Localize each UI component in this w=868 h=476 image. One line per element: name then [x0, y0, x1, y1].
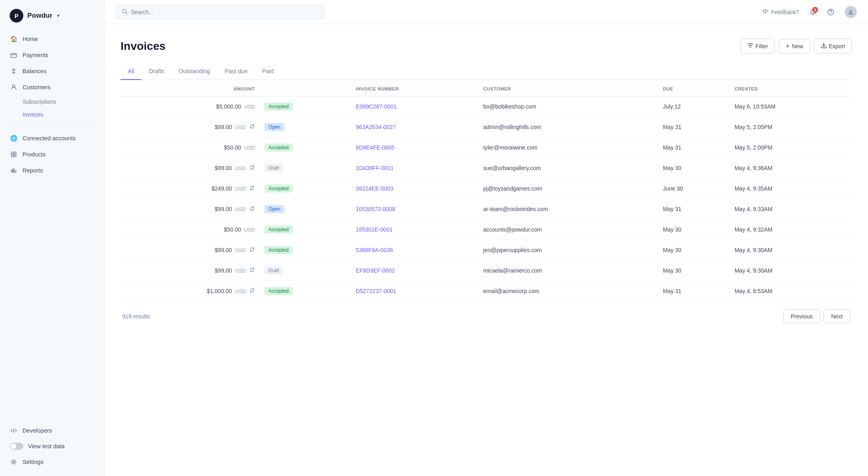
due-date-value: May 31 — [663, 144, 682, 151]
sidebar-item-invoices[interactable]: Invoices — [5, 109, 99, 121]
due-date-value: May 30 — [663, 165, 682, 171]
sidebar-item-connected[interactable]: 🌐 Connected accounts — [5, 131, 99, 146]
feedback-button[interactable]: Feedback? — [759, 6, 802, 18]
table-row[interactable]: $99.00 USD Draft 1D439FF-0011 sue@urbang… — [121, 158, 852, 178]
sidebar-item-developers[interactable]: Developers — [5, 423, 99, 438]
currency-label: USD — [235, 289, 246, 294]
amount-cell: $50.00 USD — [121, 220, 260, 240]
customer-email: admin@rollinghills.com — [483, 124, 541, 130]
currency-label: USD — [235, 207, 246, 212]
sidebar: P Powdur ▾ 🏠 Home Payments Balances Cust… — [0, 0, 104, 476]
table-row[interactable]: $50.00 USD Accepted 6D9E4FE-0005 tyler@m… — [121, 137, 852, 158]
test-data-toggle[interactable] — [10, 443, 23, 450]
tab-outstanding[interactable]: Outstanding — [172, 63, 217, 80]
amount-value: $99.00 — [215, 124, 232, 130]
invoice-number-value: 5368F9A-0036 — [356, 247, 393, 253]
notification-button[interactable]: 1 — [809, 8, 817, 16]
status-badge: Open — [264, 205, 284, 213]
status-cell: Accepted — [260, 96, 351, 117]
table-row[interactable]: $1,000.00 USD Accepted D5272237-0001 ema… — [121, 281, 852, 302]
currency-label: USD — [235, 248, 246, 253]
table-row[interactable]: $249.00 USD Accepted 38224EE-0003 pj@toy… — [121, 178, 852, 199]
table-row[interactable]: $5,000.00 USD Accepted E069C287-0001 bo@… — [121, 96, 852, 117]
app-logo[interactable]: P Powdur ▾ — [0, 0, 104, 30]
tab-drafts[interactable]: Drafts — [141, 63, 172, 80]
search-box[interactable] — [116, 5, 325, 19]
col-created: CREATED — [730, 80, 852, 96]
table-row[interactable]: $99.00 USD Accepted 5368F9A-0036 jen@pip… — [121, 240, 852, 261]
balances-icon — [10, 67, 18, 75]
customer-email: tyler@moraiwine.com — [483, 144, 538, 151]
created-cell: May 4, 9:32AM — [730, 220, 852, 240]
created-date-value: May 5, 2:05PM — [735, 124, 772, 130]
svg-rect-5 — [14, 155, 16, 157]
sidebar-item-settings[interactable]: Settings — [5, 454, 99, 470]
svg-point-7 — [123, 9, 126, 13]
sidebar-item-subscriptions[interactable]: Subscriptions — [5, 96, 99, 108]
sidebar-item-label: Home — [23, 36, 38, 42]
svg-rect-2 — [11, 152, 13, 154]
created-date-value: May 6, 10:53AM — [735, 103, 776, 110]
customer-cell: ar-team@rocketrides.com — [479, 199, 658, 220]
svg-point-9 — [830, 13, 831, 14]
created-date-value: May 4, 9:32AM — [735, 226, 772, 233]
new-button[interactable]: + New — [779, 39, 810, 53]
previous-button[interactable]: Previous — [783, 310, 820, 323]
due-cell: May 30 — [658, 240, 730, 261]
invoice-number-cell: 38224EE-0003 — [351, 178, 478, 199]
customer-email: jen@pipersupplies.com — [483, 247, 542, 253]
created-date-value: May 5, 2:00PM — [735, 144, 772, 151]
sidebar-item-payments[interactable]: Payments — [5, 47, 99, 63]
status-badge: Accepted — [264, 226, 293, 234]
due-cell: May 31 — [658, 137, 730, 158]
invoices-label: Invoices — [23, 111, 43, 118]
connected-accounts-icon: 🌐 — [10, 134, 18, 142]
customer-cell: accounts@powdur.com — [479, 220, 658, 240]
next-button[interactable]: Next — [823, 310, 850, 323]
sidebar-item-home[interactable]: 🏠 Home — [5, 31, 99, 47]
test-data-toggle-row[interactable]: View test data — [5, 439, 99, 453]
currency-label: USD — [244, 145, 255, 151]
invoice-number-cell: 963A2634-0027 — [351, 117, 478, 137]
invoice-number-value: D5272237-0001 — [356, 288, 396, 294]
status-badge: Accepted — [264, 103, 293, 111]
customer-cell: tyler@moraiwine.com — [479, 137, 658, 158]
search-input[interactable] — [131, 9, 319, 15]
sidebar-item-products[interactable]: Products — [5, 147, 99, 162]
invoice-number-value: 10530573-0008 — [356, 206, 395, 212]
amount-cell: $1,000.00 USD — [121, 281, 260, 302]
invoice-number-value: 1D439FF-0011 — [356, 165, 393, 171]
amount-value: $99.00 — [215, 206, 232, 212]
status-cell: Draft — [260, 261, 351, 281]
payments-icon — [10, 51, 18, 59]
currency-label: USD — [235, 166, 246, 171]
table-row[interactable]: $99.00 USD Open 963A2634-0027 admin@roll… — [121, 117, 852, 137]
filter-button[interactable]: Filter — [741, 39, 775, 53]
due-date-value: May 30 — [663, 226, 682, 233]
table-row[interactable]: $99.00 USD Open 10530573-0008 ar-team@ro… — [121, 199, 852, 220]
test-data-label: View test data — [28, 443, 65, 449]
tab-paid[interactable]: Paid — [255, 63, 281, 80]
customer-cell: email@acmecorp.com — [479, 281, 658, 302]
customer-email: accounts@powdur.com — [483, 226, 542, 233]
sidebar-item-reports[interactable]: Reports — [5, 163, 99, 178]
due-date-value: May 31 — [663, 288, 682, 294]
tab-all[interactable]: All — [121, 63, 141, 80]
svg-rect-3 — [14, 152, 16, 154]
amount-cell: $99.00 USD — [121, 240, 260, 261]
amount-value: $5,000.00 — [216, 103, 241, 110]
created-date-value: May 4, 9:30AM — [735, 267, 772, 274]
table-row[interactable]: $50.00 USD Accepted 185301E-0001 account… — [121, 220, 852, 240]
export-button[interactable]: Export — [814, 39, 852, 53]
amount-value: $249.00 — [212, 185, 232, 192]
sidebar-item-customers[interactable]: Customers — [5, 80, 99, 95]
created-cell: May 4, 9:30AM — [730, 261, 852, 281]
topbar-actions: Feedback? 1 — [759, 6, 857, 18]
customers-icon — [10, 83, 18, 91]
table-row[interactable]: $99.00 USD Draft EF8D9EF-0002 micaela@ra… — [121, 261, 852, 281]
due-cell: June 30 — [658, 178, 730, 199]
tab-past-due[interactable]: Past due — [217, 63, 255, 80]
help-button[interactable] — [824, 6, 837, 18]
sidebar-item-balances[interactable]: Balances — [5, 64, 99, 79]
avatar[interactable] — [845, 6, 857, 18]
